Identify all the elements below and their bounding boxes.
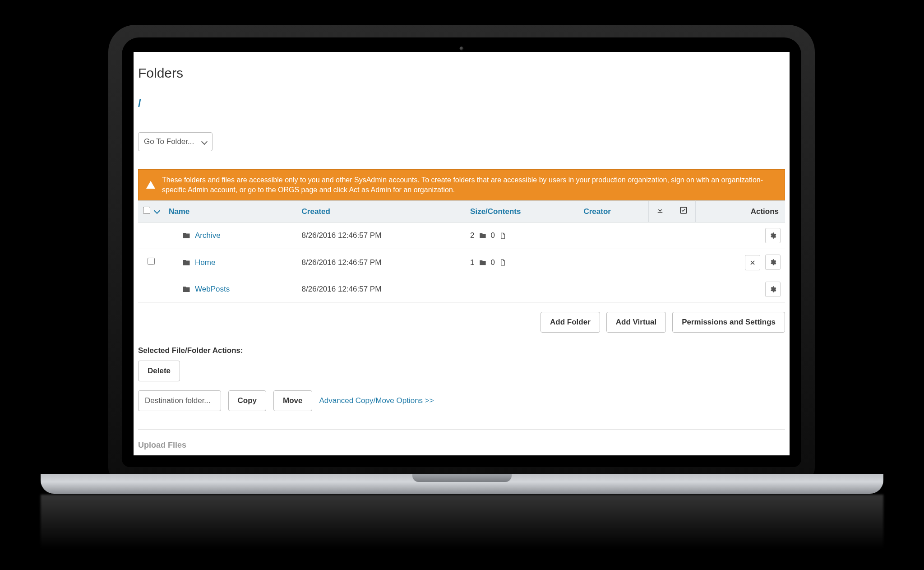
folders-table: Name Created Size/Contents Creator — [138, 200, 785, 303]
camera-dot — [460, 46, 464, 51]
row-delete-button[interactable] — [745, 255, 760, 270]
add-folder-button[interactable]: Add Folder — [541, 312, 600, 333]
creator-cell — [579, 249, 648, 276]
destination-folder-select[interactable]: Destination folder... — [138, 390, 221, 411]
size-cell: 2 0 — [470, 231, 574, 240]
file-icon — [499, 259, 506, 266]
advanced-copy-move-link[interactable]: Advanced Copy/Move Options >> — [319, 396, 434, 405]
row-checkbox[interactable] — [148, 258, 155, 265]
col-actions: Actions — [695, 201, 785, 222]
selected-actions-label: Selected File/Folder Actions: — [138, 346, 785, 355]
table-row: WebPosts 8/26/2016 12:46:57 PM — [138, 276, 785, 303]
col-creator[interactable]: Creator — [579, 201, 648, 222]
goto-folder-label: Go To Folder... — [144, 137, 194, 146]
file-icon — [499, 232, 506, 239]
folder-link[interactable]: Home — [195, 258, 215, 267]
permissions-settings-button[interactable]: Permissions and Settings — [672, 312, 785, 333]
upload-files-heading: Upload Files — [138, 440, 785, 450]
gear-icon — [769, 232, 776, 239]
divider — [138, 429, 785, 430]
row-settings-button[interactable] — [765, 282, 781, 297]
size-cell: 1 0 — [470, 258, 574, 267]
copy-button[interactable]: Copy — [228, 390, 267, 411]
col-download[interactable] — [648, 201, 672, 222]
goto-folder-select[interactable]: Go To Folder... — [138, 132, 213, 151]
breadcrumb: / — [138, 97, 785, 110]
destination-label: Destination folder... — [145, 396, 211, 405]
chevron-down-icon[interactable] — [154, 208, 160, 214]
folder-link[interactable]: WebPosts — [195, 285, 230, 294]
page-title: Folders — [138, 65, 785, 81]
folder-icon — [479, 232, 486, 239]
folder-icon — [479, 259, 486, 266]
chevron-down-icon — [201, 139, 208, 145]
laptop-reflection — [41, 495, 883, 549]
created-cell: 8/26/2016 12:46:57 PM — [297, 222, 466, 249]
checkbox-checked-icon — [679, 206, 688, 214]
table-row: Archive 8/26/2016 12:46:57 PM 2 0 — [138, 222, 785, 249]
delete-button[interactable]: Delete — [138, 361, 180, 381]
breadcrumb-root-link[interactable]: / — [138, 97, 141, 109]
row-settings-button[interactable] — [765, 228, 781, 243]
folder-icon — [182, 259, 190, 267]
col-created[interactable]: Created — [297, 201, 466, 222]
folder-icon — [182, 285, 190, 293]
gear-icon — [769, 286, 776, 293]
move-button[interactable]: Move — [273, 390, 312, 411]
download-icon — [656, 206, 664, 214]
col-name[interactable]: Name — [164, 201, 297, 222]
col-check[interactable] — [672, 201, 695, 222]
alert-text: These folders and files are accessible o… — [162, 175, 777, 195]
row-settings-button[interactable] — [765, 255, 781, 270]
folder-icon — [182, 232, 190, 240]
size-cell — [466, 276, 579, 303]
laptop-notch — [412, 474, 512, 482]
col-size[interactable]: Size/Contents — [466, 201, 579, 222]
close-icon — [749, 260, 756, 266]
folder-link[interactable]: Archive — [195, 231, 221, 240]
created-cell: 8/26/2016 12:46:57 PM — [297, 249, 466, 276]
app-screen: Folders / Go To Folder... These folders … — [134, 52, 790, 455]
laptop-frame: Folders / Go To Folder... These folders … — [108, 25, 815, 481]
select-all-checkbox[interactable] — [143, 207, 150, 214]
sysadmin-alert: These folders and files are accessible o… — [138, 169, 785, 200]
creator-cell — [579, 222, 648, 249]
creator-cell — [579, 276, 648, 303]
created-cell: 8/26/2016 12:46:57 PM — [297, 276, 466, 303]
table-row: Home 8/26/2016 12:46:57 PM 1 0 — [138, 249, 785, 276]
warning-icon — [146, 180, 156, 190]
gear-icon — [769, 259, 776, 266]
add-virtual-button[interactable]: Add Virtual — [606, 312, 666, 333]
